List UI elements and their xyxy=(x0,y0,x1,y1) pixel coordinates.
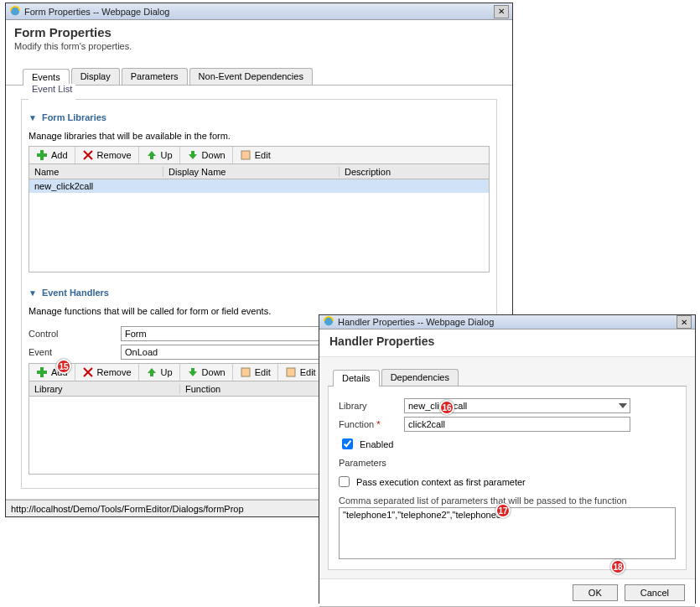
down-handler-button[interactable]: Down xyxy=(180,364,233,381)
parameters-title: Parameters xyxy=(339,458,676,468)
event-label: Event xyxy=(29,347,121,357)
window-title: Form Properties -- Webpage Dialog xyxy=(24,7,490,17)
up-handler-button[interactable]: Up xyxy=(139,364,180,381)
pass-context-checkbox[interactable]: Pass execution context as first paramete… xyxy=(339,476,526,487)
page-subtitle: Modify this form's properties. xyxy=(6,41,512,61)
col-name[interactable]: Name xyxy=(29,167,163,177)
edit-library-handler-button[interactable]: Edit xyxy=(278,364,323,381)
libraries-toolbar: Add Remove Up Down Edit xyxy=(29,146,490,164)
badge-17: 17 xyxy=(495,503,511,518)
handler-properties-window: Handler Properties -- Webpage Dialog ✕ H… xyxy=(319,314,696,604)
function-label: Function * xyxy=(339,419,404,429)
window-title: Handler Properties -- Webpage Dialog xyxy=(338,317,673,327)
badge-15: 15 xyxy=(56,359,71,374)
remove-library-button[interactable]: Remove xyxy=(75,147,139,163)
svg-rect-1 xyxy=(241,151,250,159)
up-library-button[interactable]: Up xyxy=(139,147,180,163)
titlebar[interactable]: Handler Properties -- Webpage Dialog ✕ xyxy=(319,315,695,329)
form-libraries-header[interactable]: ▼ Form Libraries xyxy=(29,109,490,127)
control-select[interactable]: Form xyxy=(121,326,347,341)
svg-rect-2 xyxy=(241,368,250,376)
event-select[interactable]: OnLoad xyxy=(121,345,347,360)
table-row[interactable]: new_click2call xyxy=(29,179,489,193)
event-handlers-header[interactable]: ▼ Event Handlers xyxy=(29,284,490,303)
page-title: Form Properties xyxy=(6,20,512,41)
library-label: Library xyxy=(339,401,404,411)
event-handlers-title: Event Handlers xyxy=(42,288,109,298)
ok-button[interactable]: OK xyxy=(573,584,618,601)
tab-details[interactable]: Details xyxy=(333,370,380,387)
tab-dependencies[interactable]: Dependencies xyxy=(381,369,459,386)
handler-tabs: Details Dependencies xyxy=(328,369,687,387)
tab-nonevent[interactable]: Non-Event Dependencies xyxy=(189,68,313,85)
col-description[interactable]: Description xyxy=(340,167,489,177)
add-library-button[interactable]: Add xyxy=(29,147,75,163)
tab-parameters[interactable]: Parameters xyxy=(122,68,188,85)
main-tabs: Events Display Parameters Non-Event Depe… xyxy=(6,68,512,86)
tab-display[interactable]: Display xyxy=(71,68,120,85)
close-icon[interactable]: ✕ xyxy=(494,5,509,18)
form-libraries-desc: Manage libraries that will be available … xyxy=(29,131,490,141)
caret-down-icon: ▼ xyxy=(29,113,37,122)
enabled-checkbox[interactable]: Enabled xyxy=(342,438,393,449)
ie-icon xyxy=(323,315,334,329)
col-library[interactable]: Library xyxy=(29,384,180,394)
control-label: Control xyxy=(29,329,121,339)
tab-events[interactable]: Events xyxy=(23,69,70,86)
down-library-button[interactable]: Down xyxy=(180,147,233,163)
form-libraries-title: Form Libraries xyxy=(42,112,106,122)
function-input[interactable] xyxy=(404,417,630,432)
badge-18: 18 xyxy=(610,559,625,574)
titlebar[interactable]: Form Properties -- Webpage Dialog ✕ xyxy=(6,3,512,20)
badge-16: 16 xyxy=(439,400,454,415)
col-display-name[interactable]: Display Name xyxy=(163,167,340,177)
edit-library-button[interactable]: Edit xyxy=(233,147,277,163)
libraries-table: Name Display Name Description new_click2… xyxy=(29,164,490,272)
cancel-button[interactable]: Cancel xyxy=(625,584,685,601)
svg-rect-3 xyxy=(287,368,295,376)
edit-handler-button[interactable]: Edit xyxy=(233,364,278,381)
ie-icon xyxy=(9,5,21,18)
table-header: Name Display Name Description xyxy=(29,164,489,179)
remove-handler-button[interactable]: Remove xyxy=(75,364,139,381)
event-list-legend: Event List xyxy=(29,84,75,94)
library-select[interactable]: new_click2call xyxy=(404,398,630,413)
page-title: Handler Properties xyxy=(319,329,695,356)
close-icon[interactable]: ✕ xyxy=(677,315,692,329)
caret-down-icon: ▼ xyxy=(29,288,37,298)
